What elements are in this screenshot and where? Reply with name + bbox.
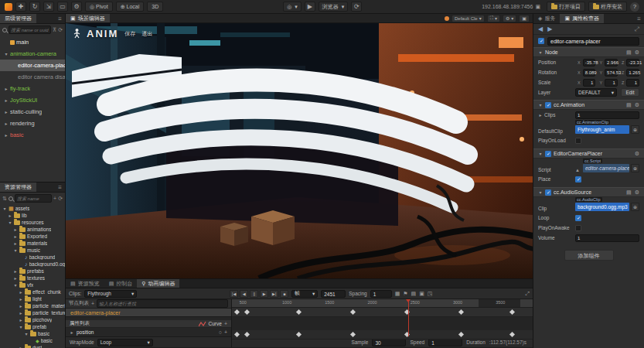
expand-arrow-icon[interactable]: ▸	[8, 213, 12, 218]
open-project-button[interactable]: 打开项目	[547, 2, 585, 12]
timeline-ruler[interactable]: 500100015002000250030003500	[232, 299, 533, 308]
layer-edit-button[interactable]: Edit	[621, 88, 639, 97]
hierarchy-item[interactable]: ▸basic	[0, 129, 65, 141]
loop-checkbox[interactable]	[575, 215, 581, 221]
add-component-button[interactable]: 添加组件	[564, 250, 614, 261]
playback-button[interactable]: |◀	[230, 290, 238, 298]
node-search-input[interactable]	[97, 299, 228, 308]
asset-item[interactable]: ▸animations	[0, 226, 65, 233]
keyframe[interactable]	[296, 309, 302, 315]
move-tool-icon[interactable]: ✚	[15, 2, 26, 12]
audio-component-header[interactable]: ▾ cc.AudioSource ▤⚙	[533, 187, 644, 197]
preview-target-dropdown[interactable]: ◎ ▾	[283, 2, 302, 12]
expand-arrow-icon[interactable]: ▸	[538, 112, 543, 118]
keyframe-row-position[interactable]	[232, 330, 533, 339]
copy-icon[interactable]: ▣	[535, 4, 540, 10]
collapse-arrow-icon[interactable]: ▾	[538, 189, 543, 195]
asset-item[interactable]: ▸lib	[0, 212, 65, 219]
anim-save-button[interactable]: 保存	[124, 30, 135, 38]
node-name-input[interactable]: editor-camera-placer	[547, 37, 639, 46]
asset-item[interactable]: ▸picchovy	[0, 316, 65, 323]
keyframe[interactable]	[509, 309, 515, 315]
timeline-tool-icon[interactable]: ▣	[419, 291, 424, 297]
keyframe[interactable]	[350, 309, 356, 315]
asset-item[interactable]: ▸Exported	[0, 233, 65, 240]
refresh-icon[interactable]: ⟳	[58, 27, 63, 33]
nav-back-icon[interactable]: ◀	[538, 26, 543, 32]
expand-arrow-icon[interactable]: ▾	[13, 247, 18, 253]
asset-item[interactable]: ▾resources	[0, 219, 65, 226]
keyframe[interactable]	[296, 332, 302, 337]
keyframe[interactable]	[234, 309, 240, 315]
expand-arrow-icon[interactable]: ▸	[4, 109, 9, 114]
locate-asset-button[interactable]: ⊕	[631, 125, 639, 134]
timeline-area[interactable]: 500100015002000250030003500	[232, 299, 533, 336]
expand-arrow-icon[interactable]: ▸	[19, 317, 23, 322]
expand-arrow-icon[interactable]: ▸	[13, 234, 18, 239]
tab-inspector[interactable]: ▣属性检查器	[560, 14, 604, 23]
assets-search-input[interactable]	[15, 194, 52, 203]
collapse-arrow-icon[interactable]: ▾	[538, 151, 543, 156]
clip-dropdown[interactable]: Flythrough ▾	[84, 290, 137, 298]
locate-asset-button[interactable]: ⊕	[631, 203, 639, 211]
asset-item[interactable]: ▾vfx	[0, 281, 65, 288]
hierarchy-item[interactable]: ▸static-culling	[0, 106, 65, 118]
expand-arrow-icon[interactable]: ▸	[13, 268, 18, 274]
timeline-tool-icon[interactable]: ▤	[411, 291, 417, 297]
expand-arrow-icon[interactable]: ▸	[4, 121, 9, 126]
script-field[interactable]: editor-camera-placer.ts	[583, 164, 629, 172]
rotate-tool-icon[interactable]: ↻	[29, 2, 40, 12]
gear-icon[interactable]: ⚙	[635, 49, 639, 56]
expand-arrow-icon[interactable]: ▸	[13, 227, 18, 232]
expand-arrow-icon[interactable]: ▾	[19, 324, 23, 329]
hierarchy-item[interactable]: editor camera disable helper	[0, 71, 65, 83]
asset-item[interactable]: ▸dust	[0, 344, 65, 348]
hierarchy-item[interactable]: ▸rendering	[0, 118, 65, 129]
keyframe[interactable]	[404, 332, 410, 337]
open-app-button[interactable]: 程序安装	[588, 2, 627, 12]
play-on-load-checkbox[interactable]	[575, 138, 581, 144]
doc-icon[interactable]: ▤	[626, 102, 632, 108]
current-frame-input[interactable]: 2451	[321, 290, 346, 298]
asset-item[interactable]: ▸light	[0, 295, 65, 302]
frame-unit-dropdown[interactable]: 帧 ▾	[291, 290, 318, 298]
keyframe[interactable]	[350, 332, 356, 337]
component-enabled-checkbox[interactable]	[545, 102, 551, 108]
grid-options-dropdown[interactable]: ⛶ ▾	[487, 15, 500, 22]
tab-services[interactable]: ◈服务	[533, 14, 560, 23]
position-z-input[interactable]: -23.31	[626, 59, 639, 67]
spacing-input[interactable]: 1	[370, 290, 392, 298]
keyframe-row-node[interactable]	[232, 308, 533, 317]
timeline-tool-icon[interactable]: ▦	[395, 291, 400, 297]
gizmo-settings-icon[interactable]: ⚙	[71, 2, 82, 12]
expand-arrow-icon[interactable]: ▸	[13, 241, 18, 246]
sample-input[interactable]: 30	[372, 339, 406, 346]
refresh-icon[interactable]: ⟳	[58, 196, 63, 202]
playback-button[interactable]: ||	[250, 290, 258, 298]
asset-item[interactable]: ▸materials	[0, 240, 65, 247]
scale-z-input[interactable]: 1	[626, 79, 639, 87]
component-enabled-checkbox[interactable]	[545, 189, 551, 196]
scale-y-input[interactable]: 1	[605, 79, 618, 87]
track-row-position[interactable]: ▸ position ○ +	[66, 328, 231, 336]
scene-camera-dropdown[interactable]: Default Cle ▾	[451, 15, 485, 22]
expand-arrow-icon[interactable]: ▾	[2, 206, 7, 211]
asset-item[interactable]: ▸particle_material	[0, 302, 65, 309]
speed-input[interactable]: 1	[428, 339, 462, 346]
expand-arrow-icon[interactable]: ▸	[19, 296, 23, 302]
play-preview-button[interactable]: ▶	[305, 2, 315, 12]
keyframe[interactable]	[458, 309, 464, 315]
expand-arrow-icon[interactable]: ▸	[4, 86, 9, 91]
scene-settings-dropdown[interactable]: ⚙ ▾	[503, 15, 516, 22]
tab-assets[interactable]: 资源管理器	[0, 183, 36, 192]
tab-animation-editor[interactable]: ⚲动画编辑器	[137, 279, 179, 288]
expand-arrow-icon[interactable]: ▸	[19, 310, 23, 316]
panel-menu-icon[interactable]: ≡	[634, 14, 644, 23]
clips-count-input[interactable]: 1	[575, 111, 639, 119]
pivot-toggle[interactable]: ◎ Pivot	[85, 2, 113, 12]
expand-arrow-icon[interactable]: ▸	[4, 97, 9, 103]
anim-exit-button[interactable]: 退出	[141, 30, 152, 38]
asset-item[interactable]: ▾music	[0, 247, 65, 254]
collapse-arrow-icon[interactable]: ▾	[538, 102, 543, 107]
tab-console[interactable]: ▤控制台	[104, 279, 138, 288]
